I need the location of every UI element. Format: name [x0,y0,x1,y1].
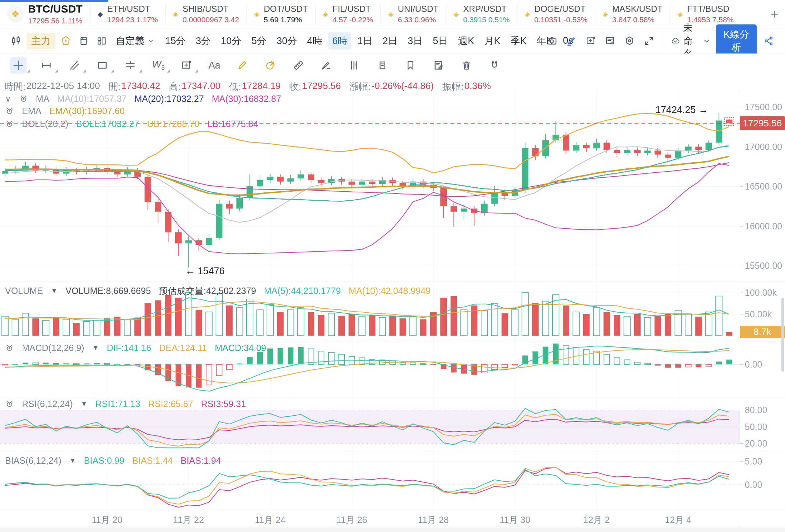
info-振幅: 振幅:0.36% [442,80,491,93]
bookmark-tool[interactable] [402,57,419,74]
indicator-value: 预估成交量:42,502.2379 [159,285,256,297]
alert-bell-icon[interactable] [5,107,14,116]
vertical-scrollbar-thumb[interactable] [781,298,784,372]
text-tool[interactable]: Aa [206,57,223,74]
gold-coin-icon: ◈ [678,10,683,18]
notes-tool[interactable] [430,57,447,74]
ticker-pair-xrp-usdt[interactable]: ◈XRP/USDT0.3915 0.51% [446,4,517,24]
ticker-pair-btc-usdt[interactable]: ❖BTC/USDT17295.56 1.11% [0,4,90,24]
indicator-value: BIAS:0.99 [84,456,125,466]
timeframe-5日[interactable]: 5日 [429,32,452,50]
pair-price-change: 17295.56 1.11% [28,17,83,25]
indicator-name[interactable]: VOLUME [5,286,43,296]
price-chart-canvas[interactable] [0,0,785,532]
ohlc-info-bar: 時間:2022-12-05 14:00開:17340.42高:17347.00低… [4,80,491,93]
measure-line-tool[interactable] [38,57,55,74]
cloud-icon [671,36,680,46]
ticker-pair-ftt-busd[interactable]: ◈FTT/BUSD1.4953 7.58% [670,4,741,24]
bar-pattern-tool[interactable] [346,57,363,74]
timeframe-3日[interactable]: 3日 [404,32,427,50]
ticker-pair-mask-usdt[interactable]: ◈MASK/USDT3.847 0.58% [595,4,670,24]
indicator-value: MA(10):17057.37 [57,94,126,104]
ruler-tool[interactable] [290,57,307,74]
chevron-down-icon [147,37,155,45]
indicator-dropdown-icon[interactable]: ▼ [51,287,58,295]
custom-interval-dropdown[interactable]: 自定義 [116,34,155,47]
layout-grid-icon[interactable] [94,33,109,48]
alert-bell-icon[interactable] [19,94,28,103]
magnet-tool[interactable] [486,57,503,74]
indicator-name[interactable]: MACD(12,26,9) [22,343,84,353]
rectangle-tool[interactable] [94,57,111,74]
signature-pen-tool[interactable] [318,57,335,74]
candle-chart-icon[interactable] [9,33,24,48]
indicator-dropdown-icon[interactable]: ▼ [81,400,88,408]
main-toolbar: 主力 自定義 15分3分10分5分30分4時6時1日2日3日5日週K月K季K年K… [0,28,785,53]
wave-tool[interactable]: W3 [150,57,167,74]
camera-icon[interactable] [544,33,559,48]
axis-label: 16500.00 [745,181,782,192]
add-frame-icon[interactable] [583,33,598,48]
fullscreen-icon[interactable] [641,33,656,48]
settings-hexagon-icon[interactable] [622,33,637,48]
timeframe-30分[interactable]: 30分 [273,32,301,50]
order-box-tool[interactable] [374,57,391,74]
timeframe-1日[interactable]: 1日 [353,32,376,50]
info-開: 開:17340.42 [109,80,161,93]
collapse-chevron-icon[interactable]: ∨ [5,94,11,104]
timeframe-3分[interactable]: 3分 [192,32,215,50]
gold-brush-tool[interactable] [234,57,251,74]
frame-plus-tool[interactable] [178,57,195,74]
indicator-name[interactable]: EMA [22,106,41,116]
timeframe-月K[interactable]: 月K [480,32,504,50]
depth-box-icon[interactable] [76,33,91,48]
timeframe-季K[interactable]: 季K [506,32,530,50]
ticker-pair-dot-usdt[interactable]: ◈DOT/USDT5.69 1.79% [247,4,316,24]
main-force-button[interactable]: 主力 [27,33,55,49]
date-label: 11月 30 [500,514,530,526]
timeframe-4時[interactable]: 4時 [303,32,326,50]
kline-analysis-button[interactable]: K線分析 [716,24,757,57]
indicator-name[interactable]: RSI(6,12,24) [22,399,73,409]
legend-bias: BIAS(6,12,24)▼BIAS:0.99BIAS:1.44BIAS:1.9… [5,455,221,466]
parallel-lines-tool[interactable] [122,57,139,74]
indicator-value: MA(20):17032.27 [135,94,204,104]
ticker-pair-fil-usdt[interactable]: ◈FIL/USDT4.57 -0.22% [316,4,381,24]
share-icon[interactable] [761,33,776,48]
info-漲幅: 漲幅:-0.26%(-44.86) [349,80,434,93]
ticker-pair-uni-usdt[interactable]: ◈UNI/USDT6.33 0.96% [381,4,446,24]
alert-bell-icon[interactable] [5,400,14,409]
gold-circle-brush-tool[interactable] [262,57,279,74]
ticker-pair-shib-usdt[interactable]: ◈SHIB/USDT0.00000967 3.42 [166,4,247,24]
indicator-dropdown-icon[interactable]: ▼ [92,344,99,352]
timeframe-10分[interactable]: 10分 [217,32,245,50]
alert-bell-icon[interactable] [5,120,14,129]
pencil-edit-icon[interactable] [564,33,579,48]
ticker-pair-doge-usdt[interactable]: ◈DOGE/USDT0.10351 -0.53% [517,4,595,24]
timeframe-2日[interactable]: 2日 [378,32,401,50]
indicator-value: BIAS:1.44 [132,456,173,466]
indicator-name[interactable]: BIAS(6,12,24) [5,456,61,466]
lightning-icon[interactable] [58,33,73,48]
add-pair-button[interactable]: + [771,7,779,21]
indicator-dropdown-icon[interactable]: ▼ [69,457,76,465]
crosshair-tool[interactable] [10,57,27,74]
indicator-value: MA(30):16832.87 [212,94,281,104]
timeframe-週K[interactable]: 週K [454,32,478,50]
alert-bell-icon[interactable] [5,344,14,353]
timeframe-5分[interactable]: 5分 [247,32,270,50]
timeframe-15分[interactable]: 15分 [161,32,190,50]
popup-window-icon[interactable] [603,33,618,48]
indicator-name[interactable]: MA [36,94,50,104]
current-volume-badge: 8.7k [740,326,785,338]
trash-tool[interactable] [458,57,475,74]
pair-price-change: 1294.23 1.17% [107,15,158,24]
ticker-pair-eth-usdt[interactable]: ◆ETH/USDT1294.23 1.17% [90,4,166,24]
timeframe-6時[interactable]: 6時 [328,32,351,50]
indicator-name[interactable]: BOLL(20,2) [22,119,68,129]
pair-price-change: 5.69 1.79% [264,15,308,24]
info-低: 低:17284.19 [229,80,281,93]
info-高: 高:17347.00 [169,80,220,93]
horizontal-scrollbar-track[interactable] [0,528,785,532]
trend-lines-tool[interactable] [66,57,83,74]
